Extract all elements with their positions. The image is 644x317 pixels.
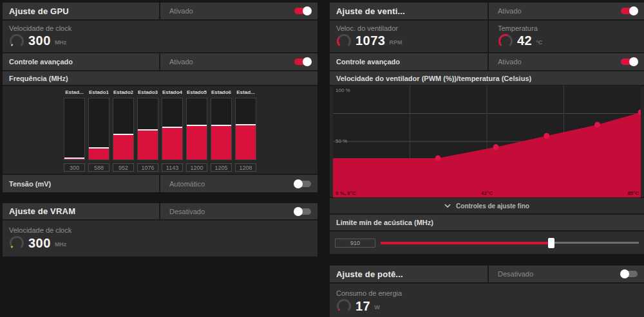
voltage-auto-toggle[interactable]: [294, 181, 311, 187]
frequency-chart-title: Frequência (MHz): [9, 75, 68, 82]
voltage-status: Automático: [169, 180, 205, 188]
power-gauge-icon: [336, 298, 352, 314]
state-label: Estad...: [65, 89, 83, 96]
state-value-input[interactable]: 300: [64, 163, 85, 172]
state-bar-fill[interactable]: [138, 129, 158, 159]
gpu-clock-value: 300: [28, 33, 51, 48]
frequency-state-column: Estado1588: [88, 89, 109, 172]
temperature-value: 42: [517, 33, 532, 48]
state-bar[interactable]: [88, 98, 109, 160]
vram-tuning-toggle[interactable]: [294, 208, 311, 215]
acoustic-limit-slider[interactable]: [381, 238, 639, 248]
fine-controls-expander[interactable]: Controles de ajuste fino: [330, 198, 644, 215]
state-bar-fill[interactable]: [113, 134, 133, 159]
chevron-down-icon: [444, 204, 451, 208]
state-bar-fill[interactable]: [162, 127, 182, 159]
state-label: Estado1: [89, 89, 109, 96]
power-consumption-value: 17: [355, 299, 370, 314]
vram-tuning-header: Ajuste de VRAM Desativado: [3, 203, 317, 221]
acoustic-limit-row: 910: [330, 231, 644, 254]
fan-curve-point[interactable]: [493, 144, 499, 150]
state-value-input[interactable]: 1205: [211, 163, 232, 172]
frequency-state-column: Estad...300: [64, 89, 85, 172]
fan-tuning-header: Ajuste de venti... Ativado: [330, 3, 644, 21]
temperature-gauge-icon: [498, 33, 513, 49]
vram-tuning-card: Ajuste de VRAM Desativado Velocidade de …: [3, 203, 317, 257]
gpu-tuning-status-cell: Ativado: [159, 3, 317, 19]
state-value-input[interactable]: 588: [88, 163, 109, 172]
state-bar-fill[interactable]: [187, 125, 207, 159]
slider-fill: [381, 242, 551, 244]
gpu-tuning-status: Ativado: [169, 7, 193, 15]
frequency-state-column: Estado2952: [113, 89, 134, 172]
state-label: Estado3: [138, 89, 158, 96]
vram-tuning-status: Desativado: [169, 208, 205, 215]
fan-xtick-42: 42°C: [481, 190, 493, 196]
state-bar-fill[interactable]: [89, 147, 109, 159]
gpu-tuning-title-cell: Ajuste de GPU: [3, 3, 159, 19]
acoustic-limit-input[interactable]: 910: [335, 239, 375, 248]
vram-clock-row: Velocidade de clock 300 MHz: [3, 221, 317, 257]
fan-speed-label: Veloc. do ventilador: [336, 24, 488, 32]
fan-curve-title: Velocidade do ventilador (PWM (%))/tempe…: [336, 75, 531, 82]
vram-clock-unit: MHz: [55, 241, 67, 248]
gpu-tuning-title: Ajuste de GPU: [9, 6, 69, 16]
state-value-input[interactable]: 1076: [137, 163, 158, 172]
state-bar[interactable]: [137, 98, 158, 160]
fan-xtick-85: 85°C: [627, 190, 639, 196]
state-value-input[interactable]: 1143: [162, 163, 183, 172]
state-label: Estado4: [162, 89, 182, 96]
fan-advanced-toggle[interactable]: [621, 59, 638, 65]
fan-advanced-row: Controle avançado Ativado: [330, 53, 644, 71]
power-tuning-card: Ajuste de potê... Desativado Consumo de …: [330, 266, 644, 317]
gpu-advanced-toggle[interactable]: [294, 59, 311, 65]
state-bar[interactable]: [235, 98, 256, 160]
fan-tuning-card: Ajuste de venti... Ativado Veloc. do ven…: [330, 3, 644, 254]
fan-curve-chart[interactable]: 100 % 50 % 0 %, 0°C 42°C 85°C: [330, 86, 644, 198]
gpu-tuning-header: Ajuste de GPU Ativado: [3, 3, 317, 21]
gpu-tuning-toggle[interactable]: [294, 8, 311, 14]
state-bar[interactable]: [186, 98, 207, 160]
state-bar[interactable]: [113, 98, 134, 160]
gpu-advanced-label: Controle avançado: [9, 58, 73, 66]
fan-ytick-50: 50 %: [336, 138, 347, 144]
state-bar-fill[interactable]: [236, 124, 256, 159]
slider-thumb[interactable]: [548, 238, 554, 248]
vram-tuning-title: Ajuste de VRAM: [9, 206, 75, 216]
fan-curve-point[interactable]: [594, 122, 600, 127]
state-value-input[interactable]: 1208: [235, 163, 256, 172]
power-consumption-row: Consumo de energia 17 W: [330, 284, 644, 317]
power-tuning-toggle[interactable]: [621, 271, 638, 277]
gpu-advanced-row: Controle avançado Ativado: [3, 53, 317, 71]
fan-curve-svg: [333, 86, 641, 197]
voltage-row: Tensão (mV) Automático: [3, 175, 317, 192]
fan-speed-gauge-icon: [336, 33, 352, 49]
fan-curve-point[interactable]: [435, 156, 441, 161]
state-bar[interactable]: [64, 98, 85, 160]
state-value-input[interactable]: 952: [113, 163, 134, 172]
fan-advanced-label: Controle avançado: [336, 58, 400, 66]
state-label: Estad...: [236, 89, 254, 96]
fan-speed-value: 1073: [355, 33, 386, 48]
fan-tuning-toggle[interactable]: [621, 8, 638, 14]
state-bar[interactable]: [162, 98, 183, 160]
frequency-state-column: Estad...1208: [235, 89, 256, 172]
frequency-state-column: Estado41143: [162, 89, 183, 172]
state-label: Estado2: [113, 89, 133, 96]
state-bar-fill[interactable]: [211, 125, 231, 159]
fan-tuning-title: Ajuste de venti...: [336, 6, 405, 16]
frequency-state-chart: Estad...300Estado1588Estado2952Estado310…: [3, 86, 317, 175]
gpu-advanced-status: Ativado: [169, 58, 193, 66]
fan-curve-point[interactable]: [544, 133, 549, 139]
state-value-input[interactable]: 1200: [186, 163, 207, 172]
power-tuning-status: Desativado: [498, 270, 533, 278]
fan-advanced-status: Ativado: [498, 58, 522, 66]
vram-clock-gauge-icon: [9, 235, 24, 251]
gpu-tuning-card: Ajuste de GPU Ativado Velocidade de cloc…: [3, 3, 317, 192]
vram-clock-label: Velocidade de clock: [9, 226, 71, 234]
frequency-state-column: Estado61205: [211, 89, 232, 172]
power-tuning-header: Ajuste de potê... Desativado: [330, 266, 644, 284]
state-bar[interactable]: [211, 98, 232, 160]
state-bar-fill[interactable]: [64, 158, 84, 159]
fan-metrics-row: Veloc. do ventilador 1073 RPM Temperatur…: [330, 21, 644, 53]
